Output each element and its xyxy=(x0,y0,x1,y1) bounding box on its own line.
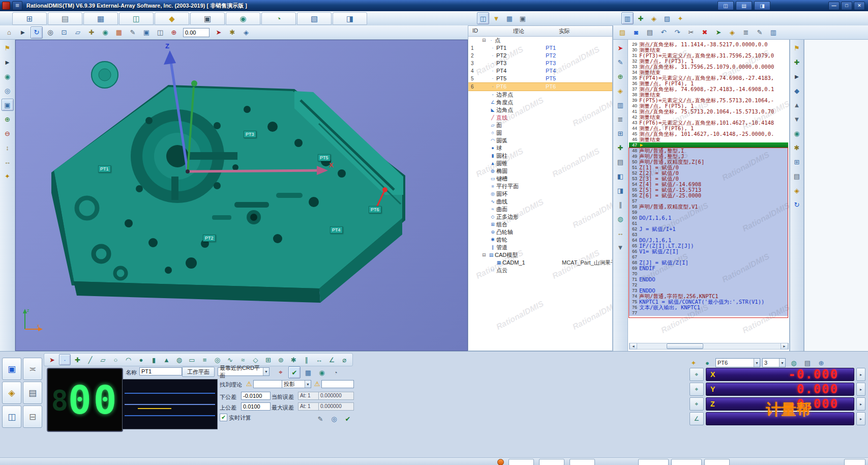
insert-icon[interactable]: ⊕ xyxy=(614,70,626,82)
distance-tool-icon[interactable]: ↔ xyxy=(313,354,325,365)
refresh-icon[interactable]: ↻ xyxy=(791,198,803,211)
tree-row[interactable]: 2·PT2PT2 xyxy=(468,52,612,60)
code-line[interactable]: 32测量/点, F(PT3), 1 xyxy=(629,59,788,64)
gauge-icon[interactable]: ◔ xyxy=(330,366,342,379)
palette-icon[interactable]: ▦ xyxy=(113,26,125,39)
status-dropdown[interactable] xyxy=(704,459,730,465)
code-line[interactable]: 77 xyxy=(629,310,788,316)
tree-row[interactable]: 1·PT1PT1 xyxy=(468,44,612,52)
code-line[interactable]: 39F(PT5)=元素定义/点,直角坐标,75.5713,20.1064,- xyxy=(629,98,788,103)
diamond-icon[interactable]: ◆ xyxy=(791,84,803,97)
menu-icon[interactable]: ≡ xyxy=(12,1,22,10)
code-tab-icon[interactable]: ▥ xyxy=(621,12,634,24)
plane-icon[interactable]: ▱ xyxy=(72,26,84,39)
gem-icon[interactable]: ◈ xyxy=(614,84,626,97)
code-line[interactable]: 37测点/直角坐标, 74.6908,-27.4183,-14.6908,0.1 xyxy=(629,86,788,92)
probe-add-icon[interactable]: ⊕ xyxy=(2,113,14,125)
code-line[interactable]: 33测点/直角坐标, 31.7596,25.1079,0.0000,0.0000 xyxy=(629,64,788,70)
target-icon[interactable]: ◉ xyxy=(791,127,803,139)
caliper-button[interactable]: ≍ xyxy=(23,358,42,380)
star-icon[interactable]: ✦ xyxy=(2,170,14,182)
program-code-panel[interactable]: 29测点/直角坐标, 11.1414,-38.5217,0.0000,0.030… xyxy=(628,40,790,351)
code-line[interactable]: 60DO/I,1,6,1 xyxy=(629,215,788,221)
tree-row[interactable]: ●球 xyxy=(468,144,612,152)
disc-icon[interactable]: ◍ xyxy=(614,213,626,225)
tab-clock[interactable]: ◔ xyxy=(261,12,296,25)
tab-viewport[interactable]: ⊞ xyxy=(12,12,47,25)
maximize-button[interactable]: □ xyxy=(841,2,852,10)
down-icon[interactable]: ▼ xyxy=(791,113,803,125)
realtime-checkbox[interactable]: ✔ xyxy=(220,414,227,421)
pipes-icon[interactable]: ∥ xyxy=(614,198,626,211)
move-horizontal-icon[interactable]: ↔ xyxy=(2,156,14,168)
half-right-icon[interactable]: ◨ xyxy=(614,184,626,196)
close-button[interactable]: ✕ xyxy=(854,2,865,10)
projection-input[interactable] xyxy=(321,380,354,388)
code-line[interactable]: 67 xyxy=(629,254,788,260)
gear-tool-icon[interactable]: ✱ xyxy=(288,354,300,365)
move-vertical-icon[interactable]: ↕ xyxy=(2,141,14,154)
shield-icon[interactable]: ◈ xyxy=(648,12,660,24)
tree-row[interactable]: ◍椭圆 xyxy=(468,167,612,175)
code-line[interactable]: 62J = 赋值/I+1 xyxy=(629,226,788,232)
code-line[interactable]: 42测量结束 xyxy=(629,114,788,120)
tree-row[interactable]: ╱直线 xyxy=(468,114,612,122)
target-icon[interactable]: ⌖ xyxy=(275,366,287,379)
coordinate-row-button[interactable]: ▸ xyxy=(856,397,865,411)
coordinate-row-button[interactable]: ▸ xyxy=(856,412,865,425)
gear-icon[interactable]: ✱ xyxy=(791,141,803,154)
code-line[interactable]: 49声明/普通,整型,J xyxy=(629,154,788,159)
print-icon[interactable]: ▤ xyxy=(644,26,656,39)
y-axis-chip-icon[interactable]: ⌖ xyxy=(690,383,704,396)
tree-row[interactable]: ◠圆弧 xyxy=(468,137,612,144)
code-line[interactable]: 41测点/直角坐标, 75.5713,20.1064,-15.5713,0.70 xyxy=(629,109,788,114)
columns-icon[interactable]: ▥ xyxy=(614,99,626,111)
confirm-icon[interactable]: ✔ xyxy=(342,413,354,425)
tree-row[interactable]: ≡平行平面 xyxy=(468,183,612,190)
probe-pointer-icon[interactable]: ► xyxy=(2,56,14,68)
code-line[interactable]: 73ENDDO xyxy=(629,288,788,294)
refresh-icon[interactable]: ↻ xyxy=(31,26,43,39)
code-line[interactable]: 44测量/点, F(PT6), 1 xyxy=(629,126,788,131)
collapse-button[interactable]: ⊟ xyxy=(23,405,42,428)
code-line[interactable]: 29测点/直角坐标, 11.1414,-38.5217,0.0000,0.0 xyxy=(629,42,788,47)
up-icon[interactable]: ▲ xyxy=(791,99,803,111)
slot-tool-icon[interactable]: ▭ xyxy=(186,354,198,365)
flag-icon[interactable]: ⚑ xyxy=(791,42,803,54)
status-dropdown[interactable] xyxy=(671,459,702,465)
display-button[interactable]: ◨ xyxy=(754,1,770,10)
code-line[interactable]: 59 xyxy=(629,210,788,215)
code-line[interactable]: 54Z[4] = 赋值/-14.6908 xyxy=(629,182,788,187)
tree-row[interactable]: ⊟▤CAD模型 xyxy=(468,251,612,259)
status-box[interactable] xyxy=(508,459,534,465)
home-icon[interactable]: ⌂ xyxy=(3,26,15,39)
tab-earth[interactable]: ◉ xyxy=(226,12,260,25)
tree-row[interactable]: ▦CADM_1MCAT_Part_山涧果子.stp xyxy=(468,259,612,267)
plane-tool-icon[interactable]: ▱ xyxy=(97,354,109,365)
code-line[interactable]: 36测量/点, F(PT4), 1 xyxy=(629,81,788,86)
coordinate-row-button[interactable]: ▸ xyxy=(856,383,865,396)
status-box[interactable] xyxy=(844,459,865,465)
autofeature-toggle-icon[interactable]: ✔ xyxy=(288,366,301,379)
edit-icon[interactable]: ✎ xyxy=(614,56,626,68)
scroll-left-arrow[interactable]: ◄ xyxy=(630,343,637,350)
point-tool-icon[interactable]: ∙ xyxy=(59,354,71,365)
tree-row[interactable]: ✱齿轮 xyxy=(468,236,612,244)
code-line[interactable]: 63 xyxy=(629,232,788,238)
probe-ring-icon[interactable]: ◎ xyxy=(2,84,14,97)
run-icon[interactable]: ➤ xyxy=(712,26,725,39)
code-line[interactable]: 34测量结束 xyxy=(629,70,788,75)
pen-icon[interactable]: ✎ xyxy=(127,26,139,39)
status-box[interactable] xyxy=(570,459,595,465)
probe-settings-icon[interactable]: ◈ xyxy=(240,26,252,39)
circle-tool-icon[interactable]: ○ xyxy=(110,354,122,365)
eye-icon[interactable]: ◉ xyxy=(99,26,111,39)
line-tool-icon[interactable]: ╱ xyxy=(84,354,96,365)
tree-row[interactable]: ○圆 xyxy=(468,129,612,137)
chart-icon[interactable]: ▨ xyxy=(661,12,673,24)
probe-remove-icon[interactable]: ⊖ xyxy=(2,127,14,139)
angle-chip-icon[interactable]: ∠ xyxy=(690,412,704,425)
code-line[interactable]: 48声明/普通,整型,I xyxy=(629,148,788,154)
tree-row[interactable]: ◎圆环 xyxy=(468,190,612,198)
code-line[interactable]: 58声明/普通,双精度型,V1 xyxy=(629,204,788,210)
